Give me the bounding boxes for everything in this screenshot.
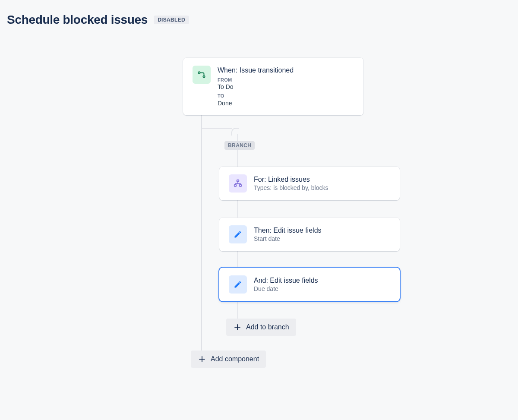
branch-step-and-title: And: Edit issue fields (254, 276, 318, 285)
branch-step-then[interactable]: Then: Edit issue fields Start date (219, 218, 400, 251)
branch-step-and-subtitle: Due date (254, 285, 318, 293)
transition-icon (193, 66, 211, 84)
status-badge: DISABLED (154, 16, 189, 24)
add-component-label: Add component (211, 355, 259, 363)
pencil-icon (229, 225, 247, 243)
connector-branch-horizontal (202, 128, 232, 129)
branch-for-card[interactable]: For: Linked issues Types: is blocked by,… (219, 167, 400, 200)
branch-for-title: For: Linked issues (254, 175, 328, 184)
linked-issues-icon (229, 174, 247, 193)
trigger-title: When: Issue transitioned (218, 66, 294, 75)
trigger-card[interactable]: When: Issue transitioned FROM To Do TO D… (183, 58, 363, 115)
branch-for-subtitle: Types: is blocked by, blocks (254, 184, 328, 192)
trigger-from-label: FROM (218, 77, 294, 83)
trigger-to-value: Done (218, 99, 294, 107)
branch-step-then-title: Then: Edit issue fields (254, 226, 322, 235)
page-title: Schedule blocked issues (7, 13, 148, 27)
branch-badge: BRANCH (224, 141, 255, 150)
add-component-button[interactable]: Add component (191, 351, 266, 368)
connector-main-vertical (201, 111, 202, 354)
branch-step-and[interactable]: And: Edit issue fields Due date (219, 268, 400, 301)
add-to-branch-button[interactable]: Add to branch (226, 319, 296, 336)
automation-canvas: When: Issue transitioned FROM To Do TO D… (0, 32, 518, 420)
trigger-to-label: TO (218, 93, 294, 99)
add-to-branch-label: Add to branch (246, 323, 289, 331)
plus-icon (198, 355, 206, 363)
page-header: Schedule blocked issues DISABLED (0, 0, 518, 32)
branch-step-then-subtitle: Start date (254, 235, 322, 243)
pencil-icon (229, 275, 247, 294)
plus-icon (233, 323, 242, 332)
trigger-from-value: To Do (218, 83, 294, 91)
